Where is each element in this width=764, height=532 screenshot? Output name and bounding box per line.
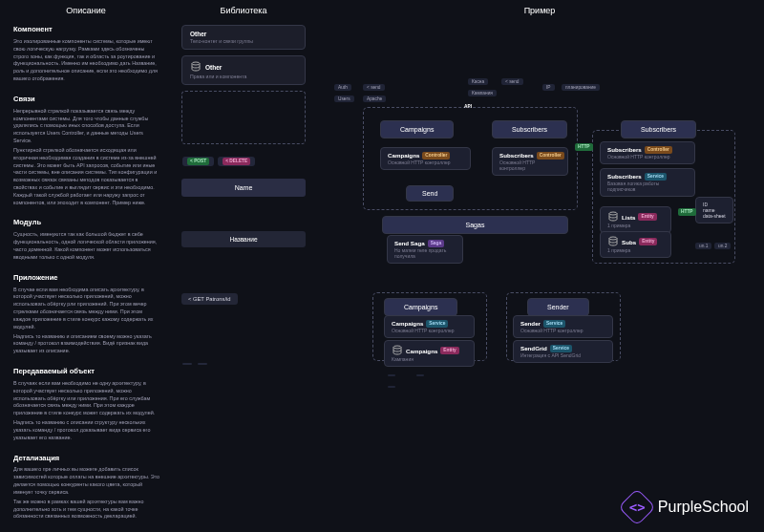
- desc-detail-p2: Так же можно в рамках вашей архитектуры …: [13, 499, 160, 521]
- svg-point-1: [393, 346, 401, 349]
- campaigns-ctrl-title: Campaigns: [388, 152, 419, 159]
- lib-module-box: Name: [181, 179, 306, 197]
- lib-component-box1-title: Other: [190, 31, 297, 37]
- send-saga: Send Saga Saga Но матем теле продать пол…: [387, 235, 463, 264]
- lib-component-box2-title-text: Other: [205, 64, 222, 71]
- svg-point-0: [192, 62, 200, 65]
- desc-payload-p2: Надпись то названию с описании структуру…: [13, 419, 160, 441]
- tiny-send1: < send: [363, 84, 385, 91]
- ctrl-badge-2: Controller: [537, 152, 564, 160]
- campaigns-app-header: Campaigns: [384, 298, 457, 316]
- subscribers-entity-title: Subs: [622, 239, 636, 245]
- subscribers-ctrl-sub: Основной HTTP контроллер: [499, 160, 561, 171]
- subscribers-ctrl: Subscribers Controller Основной HTTP кон…: [492, 147, 568, 176]
- tiny-plan: планирование: [562, 84, 600, 91]
- ctrl-badge-1: Controller: [422, 152, 450, 160]
- lib-detail-pills: [181, 362, 306, 366]
- saga-badge: Saga: [428, 240, 444, 247]
- tiny-send2: < send: [501, 78, 523, 85]
- tiny-users: Users: [334, 96, 354, 102]
- subscribers-svc2-sub: Базовая логика работы подписчиков: [607, 181, 688, 192]
- desc-app: Приложение В случае если вам необходима …: [13, 273, 160, 355]
- desc-module-title: Модуль: [13, 218, 160, 228]
- bottom-pill-3: [388, 386, 395, 388]
- sender-svc-sub: Основной HTTP контроллер: [520, 328, 605, 333]
- send-saga-sub: Но матем теле продать получила: [394, 247, 456, 259]
- sagas-node: Sagas: [382, 216, 568, 234]
- api-label: API: [460, 103, 476, 110]
- lib-app-box: Название: [181, 231, 306, 247]
- tiny-kamp: Кампания: [468, 90, 497, 96]
- bottom-pill-1: [388, 374, 395, 376]
- database-icon-4: [607, 236, 619, 247]
- ctrl-badge-3: Controller: [645, 146, 672, 154]
- campaigns-svc-sub: Основной HTTP контроллер: [392, 328, 467, 333]
- tiny-apache: Apache: [363, 96, 386, 102]
- column-headers: Описание Библиотека Пример: [0, 0, 764, 15]
- lib-detail-pill2: [198, 363, 207, 365]
- lib-link-box: [181, 91, 306, 144]
- lib-component-box1-sub: Тело-контет и связи группы: [190, 38, 297, 44]
- purpleschool-logo: <> PurpleSchool: [624, 494, 749, 521]
- svc-badge-1: Service: [426, 320, 448, 328]
- entity-badge-3: Entity: [639, 238, 657, 245]
- sender-svc: Sender Service Основной HTTP контроллер: [513, 315, 613, 338]
- subscribers-svc1-title: Subscribers: [607, 146, 642, 153]
- desc-detail-title: Детализация: [13, 454, 160, 464]
- lists-entity: Lists Entity 1 примера: [600, 206, 671, 233]
- campaigns-entity-title: Campaigns: [406, 348, 437, 354]
- database-icon-3: [607, 211, 619, 223]
- sender-app-header: Sender: [527, 298, 589, 316]
- desc-module-p1: Сущность, именуются так как большой бюдж…: [13, 231, 160, 261]
- lib-payload-box: < GET Patrons/id: [181, 293, 238, 305]
- subscribers-svc2: Subscribers Service Базовая логика работ…: [600, 168, 695, 197]
- lib-pill-del: < DELETE: [218, 157, 255, 166]
- detail-pill-1: un.1: [695, 243, 711, 249]
- desc-module: Модуль Сущность, именуются так как больш…: [13, 218, 160, 261]
- lists-title: Lists: [622, 214, 635, 221]
- example-column: Auth < send Users Apache Касна < send Ка…: [315, 15, 764, 532]
- database-icon: [190, 61, 202, 73]
- header-example: Пример: [315, 6, 764, 15]
- library-column: Other Тело-контет и связи группы Other П…: [172, 15, 315, 532]
- detail-pill-2: un.2: [714, 243, 731, 249]
- sender-svc-title: Sender: [520, 320, 541, 327]
- desc-link-p1: Непрерывной стрелкой показывается связь …: [13, 108, 160, 145]
- subscribers-svc1-sub: Основной HTTP контроллер: [607, 154, 688, 160]
- campaigns-ctrl: Campaigns Controller Основной HTTP контр…: [380, 147, 471, 170]
- svg-point-2: [609, 212, 617, 215]
- http-badge-1: HTTP: [575, 143, 593, 151]
- description-column: Компонент Это изолированные компоненты с…: [0, 15, 172, 532]
- sendgrid-svc: SendGrid Service Интеграция с API SendGr…: [513, 340, 613, 363]
- desc-detail: Детализация Для вашего пре личных вы мож…: [13, 454, 160, 521]
- subscribers-entity: Subs Entity 1 примера: [600, 231, 671, 258]
- sendgrid-svc-title: SendGrid: [520, 345, 547, 351]
- desc-link: Связи Непрерывной стрелкой показывается …: [13, 95, 160, 207]
- entity-badge-2: Entity: [638, 213, 656, 221]
- subscribers-entity-sub: 1 примера: [607, 247, 664, 253]
- desc-app-title: Приложение: [13, 273, 160, 284]
- lib-pill-post: < POST: [182, 157, 214, 166]
- subscribers-svc2-title: Subscribers: [607, 173, 642, 180]
- desc-component-p1: Это изолированные компоненты системы, ко…: [13, 38, 160, 83]
- lib-component-box2: Other Права или и компонента: [181, 55, 306, 85]
- lists-sub: 1 примера: [607, 223, 664, 228]
- header-description: Описание: [0, 6, 172, 15]
- lib-component-box2-sub: Права или и компонента: [190, 74, 297, 79]
- desc-link-p2: Пунктирной стрелкой обозначается исходящ…: [13, 147, 160, 207]
- lib-link-pills: < POST < DELETE: [181, 156, 306, 167]
- subscribers-svc1: Subscribers Controller Основной HTTP кон…: [600, 141, 695, 164]
- desc-detail-p1: Для вашего пре личных вы можете добавить…: [13, 466, 160, 496]
- desc-app-p1: В случае если вам необходима описать арх…: [13, 287, 160, 331]
- logo-text: PurpleSchool: [658, 499, 749, 516]
- campaigns-svc-title: Campaigns: [392, 320, 423, 327]
- database-icon-2: [392, 345, 403, 356]
- svc-badge-4: Service: [645, 173, 667, 181]
- tiny-auth: Auth: [334, 84, 351, 91]
- lib-component-box2-title: Other: [190, 61, 297, 73]
- entity-badge-1: Entity: [440, 347, 458, 354]
- campaigns-entity-sub: Кампания: [392, 356, 467, 362]
- svc-badge-2: Service: [543, 320, 565, 328]
- tiny-kasha: Касна: [468, 78, 488, 85]
- api-campaigns: Campaigns: [380, 120, 454, 138]
